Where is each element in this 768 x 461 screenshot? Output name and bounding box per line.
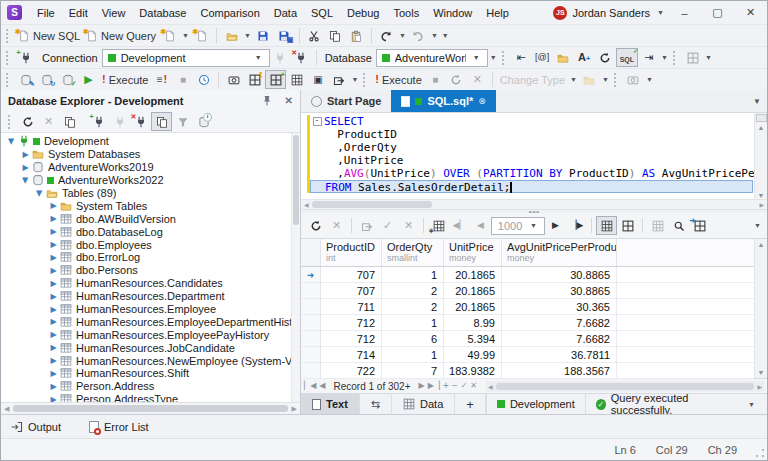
snippets-icon[interactable] (553, 48, 574, 67)
change-type-dropdown[interactable]: Change Type (497, 70, 568, 89)
last-page-button[interactable]: ▕▶ (566, 216, 587, 235)
grid-cell[interactable]: 1 (382, 315, 444, 330)
previous-page-button[interactable]: ◀ (470, 216, 491, 235)
database-combo-caret-icon[interactable]: ▼ (471, 54, 482, 61)
collapse-arrow-icon[interactable]: ▶ (35, 187, 44, 200)
paste-button[interactable] (346, 26, 367, 45)
grid-cell[interactable]: 36.7811 (502, 347, 617, 362)
database-combobox[interactable]: AdventureWorks20... ▼ (376, 49, 488, 67)
status-caret-icon[interactable]: ▼ (746, 401, 757, 408)
sql-editor[interactable]: -SELECT ProductID ,OrderQty ,UnitPrice ,… (301, 112, 767, 209)
sql-formatting-toggle[interactable]: SQL✓ (616, 48, 638, 67)
grid-cell[interactable]: 722 (321, 363, 382, 378)
editor-split-handle[interactable] (756, 114, 767, 122)
refresh-secondary-button[interactable] (446, 70, 467, 89)
grid-row-6[interactable]: 714149.9936.7811 (301, 347, 754, 363)
code-line-2[interactable]: ProductID (301, 128, 767, 141)
grid-vertical-scrollbar[interactable]: ▲ ▼ (754, 239, 767, 378)
stop-button[interactable]: ■ (172, 70, 193, 89)
copy-button[interactable] (325, 26, 346, 45)
cancel-edit-button[interactable]: ✕ (470, 382, 477, 390)
discard-changes-button[interactable]: ✕ (398, 216, 419, 235)
layout-icon[interactable] (682, 48, 703, 67)
scroll-right-arrow-icon[interactable]: ▶ (757, 383, 762, 390)
new-sql-button[interactable]: ✱ New SQL (15, 26, 83, 45)
new-connection-doc-button[interactable]: ✱ (191, 26, 212, 45)
append-record-button[interactable]: + (443, 381, 449, 391)
scroll-thumb[interactable] (13, 405, 287, 412)
scroll-right-arrow-icon[interactable]: ▶ (292, 405, 297, 413)
refresh-database-icon[interactable]: ↻ (36, 70, 57, 89)
tree-vertical-scrollbar[interactable] (291, 133, 300, 402)
expand-arrow-icon[interactable]: ▶ (19, 163, 32, 172)
connect-button[interactable] (109, 112, 130, 131)
toolbar-grip[interactable] (6, 51, 10, 65)
profiler-secondary-icon[interactable] (623, 70, 644, 89)
grid-cell[interactable]: 30.8865 (502, 283, 617, 298)
card-view-toggle[interactable] (617, 216, 638, 235)
grid-row-7[interactable]: 7227183.9382188.3567 (301, 363, 754, 379)
tree-item-humanresources-candidates[interactable]: ▶HumanResources.Candidates (1, 277, 300, 290)
grid-cell[interactable]: 8.99 (444, 315, 502, 330)
profiler-caret-icon[interactable]: ▼ (644, 76, 655, 83)
tree-item-humanresources-department[interactable]: ▶HumanResources.Department (1, 290, 300, 303)
last-record-button[interactable]: ▶▕ (428, 382, 440, 390)
stop-secondary-button[interactable]: ■ (425, 70, 446, 89)
expand-arrow-icon[interactable]: ▶ (47, 214, 60, 223)
tab-start-page[interactable]: Start Page (301, 90, 391, 112)
tree-item-dbo-databaselog[interactable]: ▶dbo.DatabaseLog (1, 225, 300, 238)
editor-vertical-scrollbar[interactable]: ▲ ▼ (754, 113, 767, 199)
grid-cell[interactable]: 183.9382 (444, 363, 502, 378)
tree-item-tables-89[interactable]: ▶Tables (89) (1, 187, 300, 200)
expand-arrow-icon[interactable]: ▶ (47, 227, 60, 236)
scroll-up-arrow-icon[interactable]: ▲ (758, 241, 765, 248)
menu-debug[interactable]: Debug (340, 1, 386, 24)
add-view-button[interactable]: + (455, 394, 486, 414)
export-results-icon[interactable] (328, 70, 349, 89)
menu-database[interactable]: Database (132, 1, 193, 24)
refresh-schema-button[interactable] (595, 48, 616, 67)
undo-button[interactable] (376, 26, 397, 45)
grid-cell[interactable]: 1 (382, 347, 444, 362)
tree-item-development[interactable]: ▶Development (1, 135, 300, 148)
results-in-grid-toggle[interactable]: + (265, 70, 286, 89)
next-page-button[interactable]: ▶ (545, 216, 566, 235)
tree-item-humanresources-employeedepartmenthistory[interactable]: ▶HumanResources.EmployeeDepartmentHistor… (1, 315, 300, 328)
expand-arrow-icon[interactable]: ▶ (47, 292, 60, 301)
grid-view-toggle[interactable] (596, 216, 617, 235)
cancel-secondary-button[interactable]: ✕ (467, 70, 488, 89)
refresh-results-button[interactable] (305, 216, 326, 235)
code-line-6[interactable]: FROM Sales.SalesOrderDetail; (301, 180, 767, 193)
scroll-left-arrow-icon[interactable]: ◀ (488, 383, 493, 390)
grid-row-2[interactable]: 707220.186530.8865 (301, 283, 754, 299)
split-results-icon[interactable] (286, 70, 307, 89)
first-record-button[interactable]: ▏◀ (304, 382, 316, 390)
save-all-button[interactable]: ▣ (274, 26, 295, 45)
run-button[interactable]: ▶ (78, 70, 99, 89)
user-avatar[interactable]: JS (553, 6, 567, 20)
disconnect-button[interactable]: ✕ (130, 112, 151, 131)
minimize-button[interactable]: – (668, 1, 701, 24)
query-profiler-icon[interactable] (223, 70, 244, 89)
edit-database-icon[interactable]: ✎ (15, 70, 36, 89)
delete-record-button[interactable]: − (452, 381, 458, 391)
expand-arrow-icon[interactable]: ▶ (47, 305, 60, 314)
grid-cell[interactable]: 711 (321, 299, 382, 314)
grid-cell[interactable]: 20.1865 (444, 283, 502, 298)
column-header-orderqty[interactable]: OrderQtysmallint (382, 239, 444, 266)
expand-arrow-icon[interactable]: ▶ (47, 395, 60, 402)
expand-arrow-icon[interactable]: ▶ (47, 356, 60, 365)
grid-row-3[interactable]: 711220.186530.365 (301, 299, 754, 315)
next-record-button[interactable]: ▶ (418, 382, 424, 390)
grid-options-icon[interactable]: ∗ (428, 216, 449, 235)
new-connection-button[interactable]: + (88, 112, 109, 131)
refresh-schedule-icon[interactable]: 🕐 (193, 112, 214, 131)
tree-horizontal-scrollbar[interactable]: ◀ ▶ (1, 402, 300, 414)
toolbar-grip[interactable] (8, 115, 12, 129)
tab-output[interactable]: Output (11, 421, 61, 433)
validate-database-icon[interactable]: ✓ (57, 70, 78, 89)
filter-button[interactable] (172, 112, 193, 131)
expand-arrow-icon[interactable]: ▶ (19, 150, 32, 159)
database-overflow-caret-icon[interactable]: ▼ (488, 54, 499, 61)
grid-cell[interactable]: 2 (382, 299, 444, 314)
